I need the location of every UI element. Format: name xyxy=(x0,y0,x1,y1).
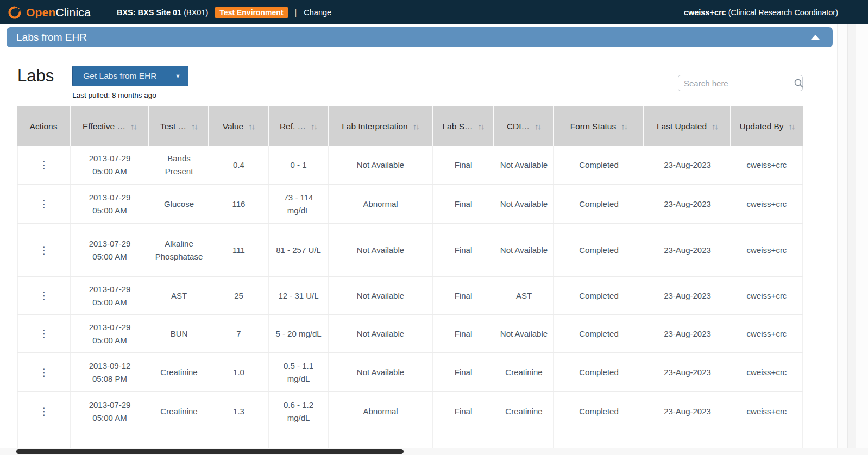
cell-lab-interpretation: Not Available xyxy=(329,315,433,352)
cell-ref-range: 0.6 - 1.2 mg/dL xyxy=(269,392,329,431)
column-header-effective-date[interactable]: Effective …↑↓ xyxy=(71,106,149,146)
cell-cdi: Not Available xyxy=(494,146,554,184)
horizontal-scrollbar-thumb[interactable] xyxy=(16,449,404,454)
cell-updated-by: cweiss+crc xyxy=(731,146,803,184)
search-input[interactable] xyxy=(678,79,794,88)
cell-updated-by: cweiss+crc xyxy=(731,392,803,431)
sort-icon[interactable]: ↑↓ xyxy=(621,121,627,132)
column-header-last-updated[interactable]: Last Updated↑↓ xyxy=(644,106,731,146)
sort-icon[interactable]: ↑↓ xyxy=(248,121,254,132)
cell-ref-range: 0 - 1 xyxy=(269,146,329,184)
column-header-value[interactable]: Value↑↓ xyxy=(209,106,269,146)
site-label: BXS: BXS Site 01 (BX01) xyxy=(117,8,208,17)
openclinica-logo[interactable]: OpenClinica xyxy=(8,5,91,20)
cell-last-updated: 23-Aug-2023 xyxy=(644,315,731,352)
labs-table: ActionsEffective …↑↓Test …↑↓Value↑↓Ref. … xyxy=(17,106,803,455)
table-header-row: ActionsEffective …↑↓Test …↑↓Value↑↓Ref. … xyxy=(17,106,803,146)
cell-actions: ⋮ xyxy=(17,224,71,276)
row-actions-kebab-icon[interactable]: ⋮ xyxy=(39,290,49,301)
user-info[interactable]: cweiss+crc (Clinical Research Coordinato… xyxy=(684,8,838,17)
column-header-lab-interpretation[interactable]: Lab Interpretation↑↓ xyxy=(329,106,433,146)
cell-test-name: Alkaline Phosphatase xyxy=(149,224,209,276)
get-labs-from-ehr-button[interactable]: Get Labs from EHR ▼ xyxy=(72,66,188,86)
cell-lab-status: Final xyxy=(433,146,494,184)
sort-icon[interactable]: ↑↓ xyxy=(478,121,484,132)
column-label: Updated By xyxy=(740,121,784,132)
row-actions-kebab-icon[interactable]: ⋮ xyxy=(39,160,49,170)
vertical-scrollbar-track[interactable] xyxy=(847,24,856,448)
cell-actions: ⋮ xyxy=(17,146,71,184)
cell-last-updated: 23-Aug-2023 xyxy=(644,277,731,314)
horizontal-scrollbar-track[interactable] xyxy=(0,448,868,455)
cell-lab-interpretation: Abnormal xyxy=(329,185,433,223)
cell-ref-range: 12 - 31 U/L xyxy=(269,277,329,314)
sort-icon[interactable]: ↑↓ xyxy=(413,121,419,132)
row-actions-kebab-icon[interactable]: ⋮ xyxy=(39,367,49,377)
brand-clinica: Clinica xyxy=(55,6,90,18)
cell-updated-by: cweiss+crc xyxy=(731,185,803,223)
cell-lab-interpretation: Abnormal xyxy=(329,392,433,431)
cell-lab-interpretation: Not Available xyxy=(329,146,433,184)
cell-effective-date: 2013-07-29 05:00 AM xyxy=(71,392,149,431)
cell-effective-date: 2013-07-29 05:00 AM xyxy=(71,224,149,276)
cell-form-status: Completed xyxy=(554,353,644,391)
column-header-updated-by[interactable]: Updated By↑↓ xyxy=(731,106,803,146)
sort-icon[interactable]: ↑↓ xyxy=(191,121,197,132)
cell-lab-status: Final xyxy=(433,392,494,431)
row-actions-kebab-icon[interactable]: ⋮ xyxy=(39,245,49,255)
panel-title: Labs from EHR xyxy=(16,31,87,43)
sort-icon[interactable]: ↑↓ xyxy=(311,121,317,132)
cell-cdi: Not Available xyxy=(494,185,554,223)
collapse-panel-icon[interactable] xyxy=(811,35,820,40)
sort-icon[interactable]: ↑↓ xyxy=(712,121,718,132)
get-labs-button-label[interactable]: Get Labs from EHR xyxy=(73,66,167,86)
cell-updated-by: cweiss+crc xyxy=(731,224,803,276)
cell-actions: ⋮ xyxy=(17,392,71,431)
column-header-form-status[interactable]: Form Status↑↓ xyxy=(554,106,644,146)
column-header-cdi[interactable]: CDI…↑↓ xyxy=(494,106,554,146)
sort-icon[interactable]: ↑↓ xyxy=(130,121,136,132)
user-name: cweiss+crc xyxy=(684,8,726,17)
table-row: ⋮2013-07-29 05:00 AMGlucose11673 - 114 m… xyxy=(17,185,803,224)
table-row: ⋮2013-07-29 05:00 AMBands Present0.40 - … xyxy=(17,146,803,185)
cell-test-name: AST xyxy=(149,277,209,314)
cell-value: 0.4 xyxy=(209,146,269,184)
cell-last-updated: 23-Aug-2023 xyxy=(644,224,731,276)
cell-ref-range: 5 - 20 mg/dL xyxy=(269,315,329,352)
row-actions-kebab-icon[interactable]: ⋮ xyxy=(39,199,49,209)
cell-actions: ⋮ xyxy=(17,277,71,314)
cell-value: 7 xyxy=(209,315,269,352)
cell-form-status: Completed xyxy=(554,315,644,352)
column-header-ref-range[interactable]: Ref. …↑↓ xyxy=(269,106,329,146)
column-header-actions: Actions xyxy=(17,106,71,146)
sort-icon[interactable]: ↑↓ xyxy=(534,121,540,132)
cell-value: 111 xyxy=(209,224,269,276)
cell-test-name: Bands Present xyxy=(149,146,209,184)
column-label: Effective … xyxy=(83,121,125,132)
row-actions-kebab-icon[interactable]: ⋮ xyxy=(39,406,49,416)
sort-icon[interactable]: ↑↓ xyxy=(789,121,795,132)
cell-form-status: Completed xyxy=(554,146,644,184)
search-icon[interactable] xyxy=(794,79,803,88)
site-code: (BX01) xyxy=(184,8,208,17)
cell-last-updated: 23-Aug-2023 xyxy=(644,392,731,431)
cell-last-updated: 23-Aug-2023 xyxy=(644,146,731,184)
top-navbar: OpenClinica BXS: BXS Site 01 (BX01) Test… xyxy=(0,0,868,24)
site-name: BXS: BXS Site 01 xyxy=(117,8,181,17)
cell-updated-by: cweiss+crc xyxy=(731,315,803,352)
column-label: Last Updated xyxy=(657,121,707,132)
cell-lab-status: Final xyxy=(433,185,494,223)
cell-ref-range: 73 - 114 mg/dL xyxy=(269,185,329,223)
column-header-test-name[interactable]: Test …↑↓ xyxy=(149,106,209,146)
labs-from-ehr-panel-header[interactable]: Labs from EHR xyxy=(7,27,833,47)
search-box[interactable] xyxy=(678,75,803,91)
change-site-link[interactable]: Change xyxy=(304,8,331,17)
column-header-lab-status[interactable]: Lab S…↑↓ xyxy=(433,106,494,146)
caret-down-icon[interactable]: ▼ xyxy=(167,66,188,86)
cell-cdi: Not Available xyxy=(494,315,554,352)
column-label: CDI… xyxy=(507,121,530,132)
row-actions-kebab-icon[interactable]: ⋮ xyxy=(39,328,49,339)
cell-lab-status: Final xyxy=(433,315,494,352)
cell-actions: ⋮ xyxy=(17,185,71,223)
openclinica-logo-icon xyxy=(8,5,22,20)
